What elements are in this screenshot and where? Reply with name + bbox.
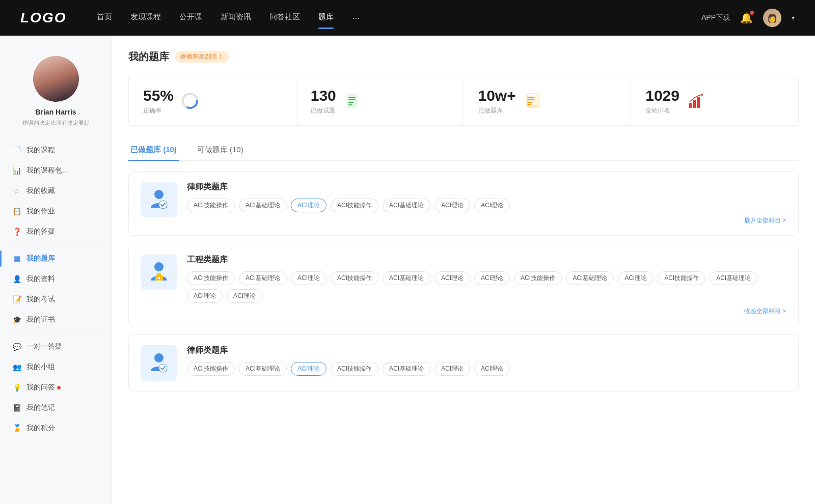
qbank-tags-lawyer-2: ACI技能操作 ACI基础理论 ACI理论 ACI技能操作 ACI基础理论 AC… (187, 362, 786, 376)
sidebar-item-coursepack[interactable]: 📊 我的课程包... (0, 160, 112, 181)
sidebar-item-qbank[interactable]: ▦ 我的题库 (0, 248, 112, 269)
qbank-content-lawyer-1: 律师类题库 ACI技能操作 ACI基础理论 ACI理论 ACI技能操作 ACI基… (187, 182, 786, 225)
sidebar-item-group[interactable]: 👥 我的小组 (0, 357, 112, 377)
done-questions-value: 130 (311, 87, 336, 105)
eng-tag-12[interactable]: ACI理论 (187, 289, 223, 303)
sidebar-item-exam[interactable]: 📝 我的考试 (0, 289, 112, 310)
sidebar-label-exam: 我的考试 (26, 295, 55, 304)
law2-tag-5[interactable]: ACI理论 (434, 362, 470, 376)
sidebar-label-favorites: 我的收藏 (26, 186, 55, 195)
eng-tag-1[interactable]: ACI基础理论 (239, 271, 287, 285)
sidebar-menu: 📄 我的课程 📊 我的课程包... ☆ 我的收藏 📋 我的作业 ❓ 我的答疑 (0, 135, 112, 443)
stat-accuracy: 55% 正确率 (129, 76, 296, 125)
qbank-icon-lawyer-2 (141, 345, 177, 381)
sidebar-label-homework: 我的作业 (26, 207, 55, 216)
qbank-tags-engineer-row1: ACI技能操作 ACI基础理论 ACI理论 ACI技能操作 ACI基础理论 AC… (187, 271, 786, 303)
eng-tag-8[interactable]: ACI基础理论 (566, 271, 614, 285)
nav-news[interactable]: 新闻资讯 (221, 12, 251, 24)
svg-point-17 (154, 190, 164, 199)
tag-1[interactable]: ACI基础理论 (239, 199, 287, 212)
accuracy-icon (181, 92, 199, 110)
trial-badge: 体验剩余23天！ (175, 51, 229, 63)
eng-tag-5[interactable]: ACI理论 (434, 271, 470, 285)
tab-available[interactable]: 可做题库 (10) (195, 140, 246, 160)
rank-value: 1029 (645, 87, 680, 105)
sidebar-item-homework[interactable]: 📋 我的作业 (0, 201, 112, 221)
done-banks-label: 已做题库 (478, 106, 516, 115)
tag-2[interactable]: ACI理论 (291, 199, 327, 212)
navbar: LOGO 首页 发现课程 公开课 新闻资讯 问答社区 题库 ··· APP下载 … (0, 0, 815, 36)
eng-tag-7[interactable]: ACI技能操作 (514, 271, 562, 285)
sidebar-item-qa[interactable]: ❓ 我的答疑 (0, 221, 112, 242)
avatar-image (33, 56, 79, 102)
medal-icon: 🏅 (12, 424, 21, 433)
law2-tag-4[interactable]: ACI基础理论 (383, 362, 430, 376)
law2-tag-3[interactable]: ACI技能操作 (331, 362, 378, 376)
star-icon: ☆ (12, 186, 21, 195)
qbank-tags-lawyer-1: ACI技能操作 ACI基础理论 ACI理论 ACI技能操作 ACI基础理论 AC… (187, 199, 786, 212)
nav-discover[interactable]: 发现课程 (130, 12, 161, 24)
svg-point-23 (154, 353, 164, 362)
sidebar-item-1on1[interactable]: 💬 一对一答疑 (0, 337, 112, 357)
nav-qbank[interactable]: 题库 (318, 12, 334, 24)
account-chevron-icon[interactable]: ▾ (792, 14, 795, 21)
collapse-link[interactable]: 收起全部科目 > (187, 307, 786, 316)
sidebar-item-cert[interactable]: 🎓 我的证书 (0, 310, 112, 330)
tag-6[interactable]: ACI理论 (474, 199, 510, 212)
grid-icon: ▦ (12, 254, 21, 263)
rank-label: 全站排名 (645, 106, 680, 115)
file-icon: 📄 (12, 146, 21, 155)
sidebar-item-profile[interactable]: 👤 我的资料 (0, 269, 112, 289)
svg-rect-15 (697, 97, 700, 108)
svg-rect-5 (348, 102, 354, 103)
sidebar-item-points[interactable]: 🏅 我的积分 (0, 418, 112, 438)
cert-icon: 🎓 (12, 315, 21, 324)
qbank-title-engineer: 工程类题库 (187, 255, 786, 265)
expand-link-1[interactable]: 展开全部科目 > (187, 216, 786, 225)
eng-tag-4[interactable]: ACI基础理论 (383, 271, 430, 285)
law2-tag-2[interactable]: ACI理论 (291, 362, 327, 376)
avatar[interactable]: 👩 (763, 9, 781, 27)
logo[interactable]: LOGO (20, 10, 66, 26)
eng-tag-9[interactable]: ACI理论 (618, 271, 654, 285)
sidebar-label-1on1: 一对一答疑 (26, 342, 62, 351)
question-icon: ❓ (12, 227, 21, 236)
law2-tag-0[interactable]: ACI技能操作 (187, 362, 235, 376)
tag-5[interactable]: ACI理论 (434, 199, 470, 212)
tab-done[interactable]: 已做题库 (10) (128, 140, 179, 160)
law2-tag-1[interactable]: ACI基础理论 (239, 362, 287, 376)
note-icon: 📓 (12, 403, 21, 412)
tag-4[interactable]: ACI基础理论 (383, 199, 430, 212)
tag-3[interactable]: ACI技能操作 (331, 199, 378, 212)
eng-tag-10[interactable]: ACI技能操作 (658, 271, 705, 285)
done-questions-icon (343, 92, 362, 110)
eng-tag-0[interactable]: ACI技能操作 (187, 271, 235, 285)
nav-qa[interactable]: 问答社区 (269, 12, 300, 24)
law2-tag-6[interactable]: ACI理论 (474, 362, 510, 376)
svg-rect-6 (348, 104, 352, 105)
qbank-card-lawyer-2: 律师类题库 ACI技能操作 ACI基础理论 ACI理论 ACI技能操作 ACI基… (128, 334, 799, 391)
tag-0[interactable]: ACI技能操作 (187, 199, 235, 212)
nav-home[interactable]: 首页 (97, 12, 112, 24)
app-download[interactable]: APP下载 (701, 13, 730, 22)
nav-open[interactable]: 公开课 (179, 12, 202, 24)
qbank-icon-lawyer-1 (141, 182, 177, 217)
notification-bell[interactable]: 🔔 (740, 12, 753, 24)
sidebar-item-myqa[interactable]: 💡 我的问答 (0, 377, 112, 398)
person-icon: 👤 (12, 274, 21, 284)
svg-rect-8 (527, 97, 534, 98)
eng-tag-6[interactable]: ACI理论 (474, 271, 510, 285)
svg-rect-4 (348, 99, 356, 100)
eng-tag-11[interactable]: ACI基础理论 (710, 271, 757, 285)
sidebar-avatar[interactable] (33, 56, 79, 102)
sidebar-item-course[interactable]: 📄 我的课程 (0, 140, 112, 160)
svg-point-19 (154, 262, 164, 271)
nav-more[interactable]: ··· (352, 13, 360, 23)
sidebar-item-notes[interactable]: 📓 我的笔记 (0, 398, 112, 418)
qbank-card-lawyer-1: 律师类题库 ACI技能操作 ACI基础理论 ACI理论 ACI技能操作 ACI基… (128, 171, 799, 236)
sidebar-item-favorites[interactable]: ☆ 我的收藏 (0, 181, 112, 201)
eng-tag-2[interactable]: ACI理论 (291, 271, 327, 285)
qbank-card-engineer: 工程类题库 ACI技能操作 ACI基础理论 ACI理论 ACI技能操作 ACI基… (128, 244, 799, 326)
eng-tag-13[interactable]: ACI理论 (227, 289, 262, 303)
eng-tag-3[interactable]: ACI技能操作 (331, 271, 378, 285)
